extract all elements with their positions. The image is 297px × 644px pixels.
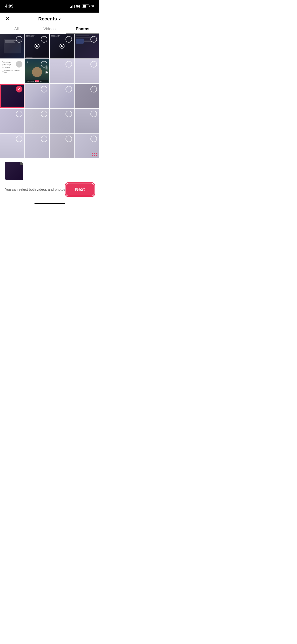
music-icon: ♪ (27, 60, 28, 63)
grid-item-7[interactable] (50, 59, 74, 83)
select-circle (16, 111, 22, 117)
grid-item-12[interactable] (75, 84, 99, 108)
grid-item-9[interactable]: ✓ (0, 84, 24, 108)
signal-icon (70, 5, 75, 8)
select-circle (41, 111, 47, 117)
network-label: 5G (76, 5, 80, 8)
close-button[interactable]: ✕ (5, 16, 10, 22)
grid-item-1[interactable] (0, 34, 24, 58)
select-circle-selected: ✓ (16, 86, 22, 92)
header-title: Recents ∨ (38, 16, 61, 22)
grid-item-3[interactable]: 00:00:12:14 (50, 34, 74, 58)
select-circle (90, 36, 97, 43)
helper-text: You can select both videos and photos (5, 187, 66, 192)
bottom-actions: You can select both videos and photos Ne… (5, 183, 94, 196)
title-text: Recents (38, 16, 57, 22)
grid-item-14[interactable] (25, 109, 49, 133)
grid-item-13[interactable] (0, 109, 24, 133)
grid-item-6[interactable]: ♥ 💬 10m 40s 15s Photo Text ♪ (25, 59, 49, 83)
grid-item-5[interactable]: Post settings Tag people Location Follow… (0, 59, 24, 83)
home-indicator (0, 201, 99, 208)
selected-preview-row: ✕ (5, 162, 94, 180)
grid-item-8[interactable] (75, 59, 99, 83)
grid-item-18[interactable] (25, 134, 49, 158)
header: ✕ Recents ∨ (0, 13, 99, 22)
select-circle (16, 136, 22, 142)
grid-item-11[interactable] (50, 84, 74, 108)
status-time: 4:09 (5, 4, 13, 9)
select-circle (41, 86, 47, 92)
remove-selection-button[interactable]: ✕ (20, 162, 23, 165)
grid-item-2[interactable]: 00:00:12:14 (25, 34, 49, 58)
tab-all[interactable]: All (0, 24, 33, 34)
grid-item-16[interactable] (75, 109, 99, 133)
grid-item-20[interactable] (75, 134, 99, 158)
grid-item-15[interactable] (50, 109, 74, 133)
select-circle (41, 61, 47, 68)
grid-item-4[interactable] (75, 34, 99, 58)
battery-level: 66 (91, 5, 94, 8)
status-icons: 5G 66 (70, 5, 94, 8)
select-circle (41, 36, 47, 43)
select-circle (90, 136, 97, 142)
select-circle (16, 36, 22, 43)
media-tabs: All Videos Photos (0, 24, 99, 34)
selected-thumbnail: ✕ (5, 162, 23, 180)
select-circle (65, 86, 72, 92)
photo-grid: 00:00:12:14 00:00:12:14 (0, 34, 99, 158)
bottom-bar: ✕ You can select both videos and photos … (0, 158, 99, 201)
tab-photos[interactable]: Photos (66, 24, 99, 34)
grid-item-17[interactable] (0, 134, 24, 158)
grid-item-10[interactable] (25, 84, 49, 108)
select-circle (90, 61, 97, 68)
select-circle (90, 86, 97, 92)
status-bar: 4:09 5G 66 (0, 0, 99, 13)
select-circle (41, 136, 47, 142)
home-bar (35, 203, 65, 204)
next-button[interactable]: Next (66, 183, 94, 196)
select-circle (65, 61, 72, 68)
tab-videos[interactable]: Videos (33, 24, 66, 34)
chevron-down-icon[interactable]: ∨ (58, 17, 61, 21)
grid-item-19[interactable] (50, 134, 74, 158)
battery-icon: 66 (82, 5, 94, 8)
